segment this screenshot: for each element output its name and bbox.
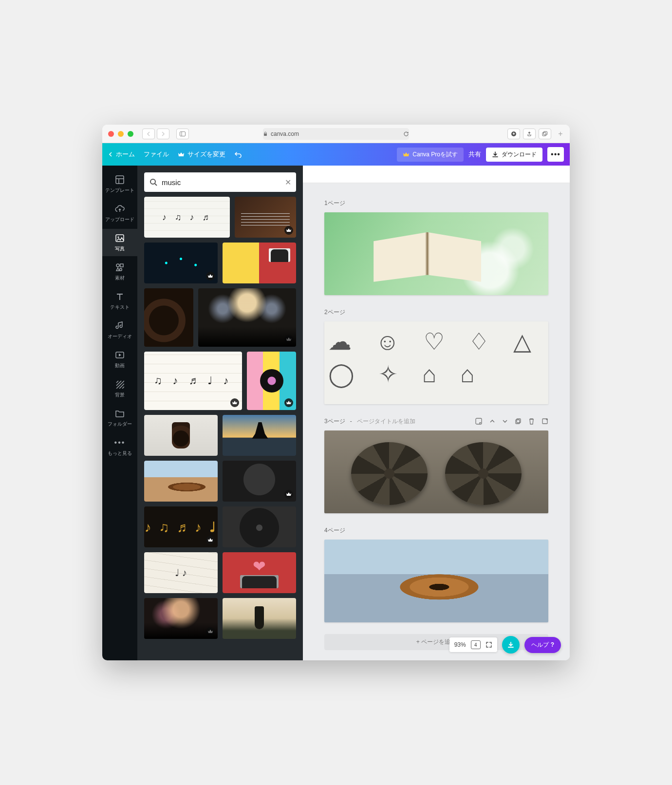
downloads-button[interactable] <box>507 129 520 139</box>
photo-thumb[interactable] <box>144 598 218 639</box>
nav-background[interactable]: 背景 <box>102 375 137 402</box>
page-add-button[interactable] <box>541 417 548 425</box>
minimize-window-button[interactable] <box>118 131 124 137</box>
help-q-label: ? <box>551 641 554 648</box>
nav-photos[interactable]: 写真 <box>102 229 137 256</box>
page-1-label: 1ページ <box>324 199 345 207</box>
page-move-up-button[interactable] <box>489 417 495 425</box>
new-tab-button[interactable]: + <box>556 125 565 143</box>
nav-audio-label: オーディオ <box>108 333 132 340</box>
page-4-canvas[interactable] <box>324 540 548 622</box>
page-notes-button[interactable] <box>475 417 483 425</box>
pro-badge-icon <box>284 226 293 235</box>
fullscreen-button[interactable] <box>485 641 492 648</box>
share-label: 共有 <box>468 150 481 158</box>
page-3-label: 3ページ <box>324 417 345 426</box>
home-label: ホーム <box>116 150 135 159</box>
page-3-title-placeholder[interactable]: ページタイトルを追加 <box>357 417 415 426</box>
photo-icon <box>114 233 125 243</box>
svg-line-15 <box>155 184 157 186</box>
browser-forward-button[interactable] <box>157 129 169 139</box>
photo-thumb[interactable] <box>144 197 230 238</box>
share-button[interactable] <box>523 129 536 139</box>
page-2: 2ページ <box>324 307 548 404</box>
nav-audio[interactable]: オーディオ <box>102 317 137 344</box>
photo-thumb[interactable] <box>144 461 218 502</box>
page-3-canvas[interactable] <box>324 430 548 513</box>
nav-elements[interactable]: 素材 <box>102 258 137 285</box>
photo-thumb[interactable] <box>223 598 296 639</box>
photo-thumb[interactable] <box>144 506 218 547</box>
page-delete-button[interactable] <box>528 417 535 425</box>
nav-video[interactable]: 動画 <box>102 346 137 373</box>
photo-thumb[interactable] <box>198 288 296 347</box>
photo-gallery[interactable] <box>137 197 303 660</box>
browser-nav <box>142 129 169 139</box>
nav-text[interactable]: テキスト <box>102 287 137 315</box>
photo-thumb[interactable] <box>223 461 296 502</box>
app-header-right: Canva Proを試す 共有 ダウンロード ••• <box>397 147 564 162</box>
page-3: 3ページ - ページタイトルを追加 <box>324 416 548 513</box>
undo-button[interactable] <box>234 151 242 158</box>
page-duplicate-button[interactable] <box>515 417 522 425</box>
lock-icon <box>263 131 268 136</box>
text-icon <box>114 291 125 302</box>
try-pro-label: Canva Proを試す <box>412 150 458 159</box>
nav-video-label: 動画 <box>115 362 125 369</box>
sidebar-toggle-button[interactable] <box>176 129 189 139</box>
search-input[interactable] <box>162 178 281 187</box>
templates-icon <box>114 174 125 185</box>
photo-thumb[interactable] <box>223 506 296 547</box>
nav-more[interactable]: ••• もっと見る <box>102 433 137 461</box>
photo-thumb[interactable] <box>144 288 193 347</box>
help-label: ヘルプ <box>531 641 549 649</box>
page-2-canvas[interactable] <box>324 321 548 404</box>
crown-icon <box>403 151 410 157</box>
browser-url-bar[interactable]: canva.com <box>263 128 409 140</box>
nav-text-label: テキスト <box>110 304 130 311</box>
nav-folders[interactable]: フォルダー <box>102 404 137 431</box>
share-design-button[interactable]: 共有 <box>468 150 481 159</box>
photo-thumb[interactable] <box>223 243 296 283</box>
pages-scroll[interactable]: 1ページ 2ページ 3ページ - ページタイトルを追加 <box>303 183 570 660</box>
nav-uploads[interactable]: アップロード <box>102 200 137 227</box>
page-1-canvas[interactable] <box>324 212 548 295</box>
left-nav: テンプレート アップロード 写真 素材 テキスト オーディオ <box>102 166 137 660</box>
zoom-window-button[interactable] <box>128 131 133 137</box>
photo-thumb[interactable] <box>223 552 296 593</box>
svg-rect-18 <box>517 419 521 423</box>
download-label: ダウンロード <box>502 150 537 159</box>
publish-button[interactable] <box>502 636 520 654</box>
photo-thumb[interactable] <box>144 243 218 283</box>
tabs-button[interactable] <box>539 129 551 139</box>
browser-back-button[interactable] <box>142 129 155 139</box>
photo-thumb[interactable] <box>144 552 218 593</box>
photo-thumb[interactable] <box>144 415 218 456</box>
zoom-control[interactable]: 93% 4 <box>449 637 497 652</box>
home-button[interactable]: ホーム <box>108 150 135 159</box>
clear-search-button[interactable]: ✕ <box>285 178 291 187</box>
help-button[interactable]: ヘルプ ? <box>524 637 561 653</box>
file-menu-button[interactable]: ファイル <box>144 150 169 159</box>
file-label: ファイル <box>144 150 169 159</box>
page-count-badge[interactable]: 4 <box>471 640 481 649</box>
photo-thumb[interactable] <box>144 352 242 410</box>
nav-elements-label: 素材 <box>115 275 125 281</box>
resize-button[interactable]: サイズを変更 <box>178 150 225 159</box>
pro-badge-icon <box>206 627 215 636</box>
photo-thumb[interactable] <box>223 415 296 456</box>
main-area: テンプレート アップロード 写真 素材 テキスト オーディオ <box>102 166 570 660</box>
photo-thumb[interactable] <box>247 352 296 410</box>
page-move-down-button[interactable] <box>502 417 508 425</box>
more-menu-button[interactable]: ••• <box>547 147 564 162</box>
search-box[interactable]: ✕ <box>144 172 296 192</box>
try-pro-button[interactable]: Canva Proを試す <box>397 148 464 162</box>
nav-templates[interactable]: テンプレート <box>102 170 137 198</box>
page-1-header: 1ページ <box>324 198 548 208</box>
download-icon <box>492 151 499 158</box>
close-window-button[interactable] <box>108 131 114 137</box>
photo-thumb[interactable] <box>235 197 296 238</box>
reload-icon[interactable] <box>403 131 409 137</box>
download-button[interactable]: ダウンロード <box>486 148 542 162</box>
pro-badge-icon <box>206 536 215 544</box>
